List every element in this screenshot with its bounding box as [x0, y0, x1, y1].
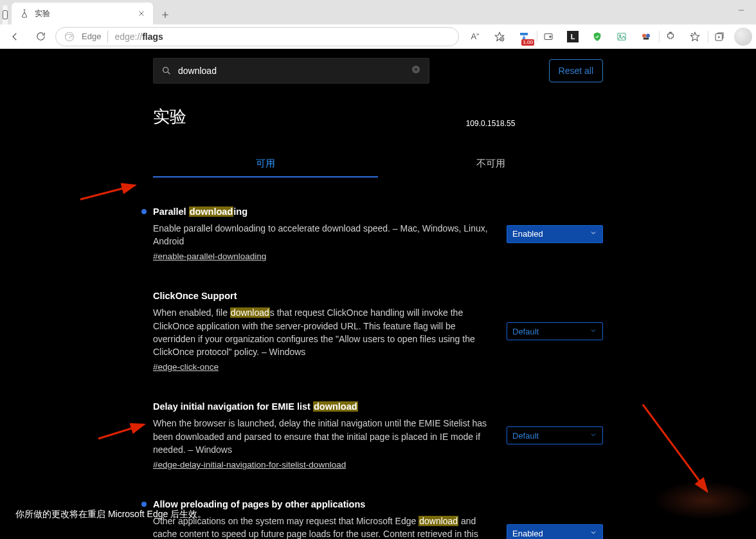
- chevron-down-icon: [590, 431, 597, 441]
- search-icon: [161, 66, 172, 76]
- flag-title: Parallel downloading: [153, 206, 494, 218]
- downloads-badge: 1.00: [521, 39, 534, 46]
- flag-description: When enabled, file downloads that reques…: [153, 306, 494, 358]
- select-value: Default: [512, 327, 539, 336]
- flag-hash-link[interactable]: #edge-delay-initial-navigation-for-sitel…: [153, 460, 346, 470]
- flag-description: When the browser is launched, delay the …: [153, 417, 494, 456]
- nav-back-button[interactable]: [4, 26, 26, 47]
- highlight: download: [230, 307, 270, 318]
- restart-message: 你所做的更改将在重启 Microsoft Edge 后生效。: [15, 509, 206, 520]
- svg-point-11: [163, 68, 168, 73]
- browser-tab[interactable]: 实验: [12, 3, 153, 24]
- tab-strip-icon: [3, 10, 8, 19]
- flag-main: ClickOnce SupportWhen enabled, file down…: [153, 290, 494, 372]
- address-bar[interactable]: Edge edge://flags: [55, 27, 459, 46]
- chevron-down-icon: [590, 327, 597, 336]
- flag-select[interactable]: Default: [507, 322, 603, 340]
- picture-icon[interactable]: [609, 26, 634, 47]
- svg-point-0: [65, 32, 74, 41]
- restart-bar: 你所做的更改将在重启 Microsoft Edge 后生效。: [0, 490, 756, 539]
- favorite-button[interactable]: [487, 26, 512, 47]
- extension-colorful-icon[interactable]: [634, 26, 658, 47]
- flag-select[interactable]: Default: [507, 426, 603, 444]
- wallet-button[interactable]: [536, 26, 561, 47]
- highlight: download: [313, 401, 358, 412]
- svg-line-14: [98, 425, 144, 439]
- profile-button[interactable]: [734, 28, 752, 46]
- flag-main: Parallel downloadingEnable parallel down…: [153, 206, 494, 262]
- flag-title: Delay initial navigation for EMIE list d…: [153, 401, 494, 413]
- reset-all-button[interactable]: Reset all: [549, 59, 603, 82]
- window-minimize-button[interactable]: [726, 0, 756, 21]
- flag-select-wrap: Default: [507, 322, 603, 340]
- url-scheme: edge://: [114, 32, 142, 42]
- nav-refresh-button[interactable]: [30, 26, 51, 47]
- flag-select-wrap: Default: [507, 426, 603, 444]
- edge-logo-icon: [64, 31, 75, 42]
- chevron-down-icon: [590, 229, 597, 239]
- favorites-menu-button[interactable]: [683, 26, 707, 47]
- highlight: download: [189, 206, 234, 217]
- flag-row: ClickOnce SupportWhen enabled, file down…: [153, 290, 603, 372]
- new-tab-button[interactable]: [156, 5, 175, 24]
- url-text: edge://flags: [114, 32, 163, 42]
- flag-hash-link[interactable]: #edge-click-once: [153, 362, 219, 372]
- flask-icon: [19, 8, 30, 19]
- svg-line-15: [643, 405, 707, 491]
- extensions-button[interactable]: [658, 26, 683, 47]
- tab-available[interactable]: 可用: [153, 150, 378, 178]
- svg-line-13: [80, 185, 135, 199]
- tab-strip-button[interactable]: [3, 5, 8, 24]
- search-input[interactable]: [178, 66, 404, 76]
- flags-list: Parallel downloadingEnable parallel down…: [153, 206, 603, 539]
- page-title: 实验: [153, 105, 378, 128]
- version-label: 109.0.1518.55: [378, 119, 603, 128]
- flag-main: Delay initial navigation for EMIE list d…: [153, 401, 494, 470]
- title-bar: 实验: [0, 0, 756, 24]
- browser-toolbar: Edge edge://flags A» 1.00 L: [0, 24, 756, 49]
- modified-dot-icon: [141, 209, 147, 214]
- flag-row: Parallel downloadingEnable parallel down…: [153, 206, 603, 262]
- shield-icon[interactable]: [585, 26, 609, 47]
- extension-l-icon[interactable]: L: [561, 26, 585, 47]
- flag-title: ClickOnce Support: [153, 290, 494, 302]
- tab-close-button[interactable]: [136, 8, 147, 19]
- flag-row: Delay initial navigation for EMIE list d…: [153, 401, 603, 470]
- svg-point-7: [646, 33, 650, 37]
- annotation-arrow-1: [77, 180, 141, 208]
- clear-search-button[interactable]: [411, 64, 421, 77]
- flags-page: Reset all 实验 109.0.1518.55 可用 不可用 Parall…: [0, 49, 756, 539]
- url-host: flags: [142, 32, 163, 42]
- svg-point-3: [550, 35, 551, 37]
- collections-button[interactable]: [707, 26, 732, 47]
- tab-unavailable[interactable]: 不可用: [378, 150, 603, 178]
- divider: [107, 31, 108, 42]
- search-box[interactable]: [153, 58, 429, 84]
- downloads-button[interactable]: 1.00: [512, 26, 536, 47]
- search-engine-label: Edge: [82, 32, 101, 41]
- read-aloud-button[interactable]: A»: [463, 26, 487, 47]
- flag-description: Enable parallel downloading to accelerat…: [153, 222, 494, 248]
- flag-hash-link[interactable]: #enable-parallel-downloading: [153, 251, 266, 261]
- flag-select-wrap: Enabled: [507, 225, 603, 243]
- svg-point-5: [620, 35, 621, 36]
- svg-point-6: [642, 33, 646, 37]
- tab-title: 实验: [35, 8, 131, 19]
- toolbar-actions: A» 1.00 L: [463, 26, 752, 47]
- select-value: Default: [512, 431, 539, 441]
- flag-select[interactable]: Enabled: [507, 225, 603, 243]
- annotation-arrow-2: [95, 419, 150, 448]
- select-value: Enabled: [512, 229, 543, 239]
- svg-rect-8: [644, 37, 649, 39]
